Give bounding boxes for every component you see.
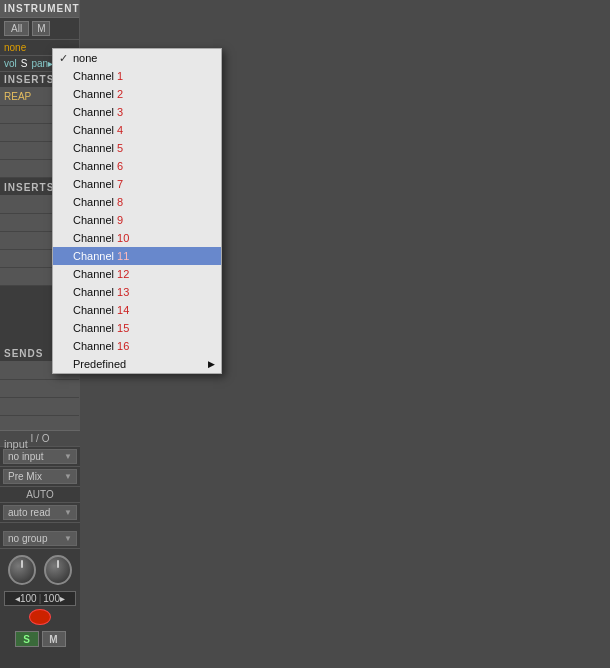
values-row: ◂100 | 100▸ bbox=[4, 591, 76, 606]
ch5-num: 5 bbox=[117, 142, 123, 154]
pre-mix-dropdown[interactable]: Pre Mix ▼ bbox=[3, 469, 77, 484]
val-left: ◂100 bbox=[15, 593, 37, 604]
ch5-label: Channel 5 bbox=[73, 142, 123, 154]
menu-item-ch8[interactable]: Channel 8 bbox=[53, 193, 221, 211]
predefined-label: Predefined bbox=[73, 358, 126, 370]
pre-mix-label: Pre Mix bbox=[8, 471, 42, 482]
record-btn-row bbox=[0, 606, 80, 628]
bottom-section: I / O no input ▼ Pre Mix ▼ AUTO auto rea… bbox=[0, 430, 80, 668]
ch10-label: Channel 10 bbox=[73, 232, 129, 244]
auto-header: AUTO bbox=[0, 487, 80, 503]
ch7-label: Channel 7 bbox=[73, 178, 123, 190]
ch8-label: Channel 8 bbox=[73, 196, 123, 208]
menu-item-ch16[interactable]: Channel 16 bbox=[53, 337, 221, 355]
menu-item-ch7[interactable]: Channel 7 bbox=[53, 175, 221, 193]
ch2-label: Channel 2 bbox=[73, 88, 123, 100]
m-button[interactable]: M bbox=[32, 21, 50, 36]
none-label: none bbox=[4, 42, 26, 53]
no-group-arrow: ▼ bbox=[64, 534, 72, 543]
no-input-arrow: ▼ bbox=[64, 452, 72, 461]
ch6-label: Channel 6 bbox=[73, 160, 123, 172]
menu-item-ch15[interactable]: Channel 15 bbox=[53, 319, 221, 337]
ch16-num: 16 bbox=[117, 340, 129, 352]
auto-read-label: auto read bbox=[8, 507, 50, 518]
vol-label: vol bbox=[4, 58, 17, 69]
auto-read-dropdown[interactable]: auto read ▼ bbox=[3, 505, 77, 520]
menu-item-ch1[interactable]: Channel 1 bbox=[53, 67, 221, 85]
channel-dropdown-menu: ✓ none Channel 1 Channel 2 Channel 3 Cha… bbox=[52, 48, 222, 374]
ch13-num: 13 bbox=[117, 286, 129, 298]
menu-item-ch5[interactable]: Channel 5 bbox=[53, 139, 221, 157]
ch6-num: 6 bbox=[117, 160, 123, 172]
instrument-header: INSTRUMENT bbox=[0, 0, 79, 18]
ch4-num: 4 bbox=[117, 124, 123, 136]
ch7-num: 7 bbox=[117, 178, 123, 190]
ch14-label: Channel 14 bbox=[73, 304, 129, 316]
ch9-num: 9 bbox=[117, 214, 123, 226]
ch9-label: Channel 9 bbox=[73, 214, 123, 226]
menu-item-ch6[interactable]: Channel 6 bbox=[53, 157, 221, 175]
knobs-row bbox=[0, 549, 80, 591]
none-item-label: none bbox=[73, 52, 97, 64]
mute-button[interactable]: M bbox=[42, 631, 66, 647]
val-right: 100▸ bbox=[43, 593, 65, 604]
ch15-label: Channel 15 bbox=[73, 322, 129, 334]
record-button[interactable] bbox=[29, 609, 51, 625]
all-button[interactable]: All bbox=[4, 21, 29, 36]
pre-mix-row: Pre Mix ▼ bbox=[0, 467, 80, 487]
ch1-num: 1 bbox=[117, 70, 123, 82]
ch10-num: 10 bbox=[117, 232, 129, 244]
ch3-num: 3 bbox=[117, 106, 123, 118]
no-group-dropdown[interactable]: no group ▼ bbox=[3, 531, 77, 546]
menu-item-ch4[interactable]: Channel 4 bbox=[53, 121, 221, 139]
no-input-label: no input bbox=[8, 451, 44, 462]
vol-value: S bbox=[21, 58, 28, 69]
no-group-label: no group bbox=[8, 533, 47, 544]
menu-item-ch3[interactable]: Channel 3 bbox=[53, 103, 221, 121]
no-input-dropdown[interactable]: no input ▼ bbox=[3, 449, 77, 464]
menu-item-predefined[interactable]: Predefined bbox=[53, 355, 221, 373]
ch12-label: Channel 12 bbox=[73, 268, 129, 280]
ch1-label: Channel 1 bbox=[73, 70, 123, 82]
ch4-label: Channel 4 bbox=[73, 124, 123, 136]
menu-item-none[interactable]: ✓ none bbox=[53, 49, 221, 67]
menu-item-ch12[interactable]: Channel 12 bbox=[53, 265, 221, 283]
ch11-num: 11 bbox=[117, 250, 129, 262]
pan-label: pan▸ bbox=[31, 58, 53, 69]
ch3-label: Channel 3 bbox=[73, 106, 123, 118]
knob-2[interactable] bbox=[44, 555, 72, 585]
solo-button[interactable]: S bbox=[15, 631, 39, 647]
no-group-row: no group ▼ bbox=[0, 529, 80, 549]
ch15-num: 15 bbox=[117, 322, 129, 334]
menu-item-ch13[interactable]: Channel 13 bbox=[53, 283, 221, 301]
knob-1[interactable] bbox=[8, 555, 36, 585]
ch14-num: 14 bbox=[117, 304, 129, 316]
ch13-label: Channel 13 bbox=[73, 286, 129, 298]
ch12-num: 12 bbox=[117, 268, 129, 280]
auto-read-row: auto read ▼ bbox=[0, 503, 80, 523]
menu-item-ch2[interactable]: Channel 2 bbox=[53, 85, 221, 103]
menu-item-ch11[interactable]: Channel 11 bbox=[53, 247, 221, 265]
ch8-num: 8 bbox=[117, 196, 123, 208]
checkmark-icon: ✓ bbox=[59, 52, 68, 65]
send-slot-3[interactable] bbox=[0, 398, 79, 416]
menu-item-ch14[interactable]: Channel 14 bbox=[53, 301, 221, 319]
ch2-num: 2 bbox=[117, 88, 123, 100]
ch11-label: Channel 11 bbox=[73, 250, 129, 262]
auto-read-arrow: ▼ bbox=[64, 508, 72, 517]
no-input-row: no input ▼ bbox=[0, 447, 80, 467]
instrument-controls: All M bbox=[0, 18, 79, 40]
send-slot-2[interactable] bbox=[0, 380, 79, 398]
menu-item-ch10[interactable]: Channel 10 bbox=[53, 229, 221, 247]
pre-mix-arrow: ▼ bbox=[64, 472, 72, 481]
input-label: input bbox=[4, 438, 28, 450]
sm-btns-row: S M bbox=[0, 628, 80, 653]
menu-item-ch9[interactable]: Channel 9 bbox=[53, 211, 221, 229]
ch16-label: Channel 16 bbox=[73, 340, 129, 352]
